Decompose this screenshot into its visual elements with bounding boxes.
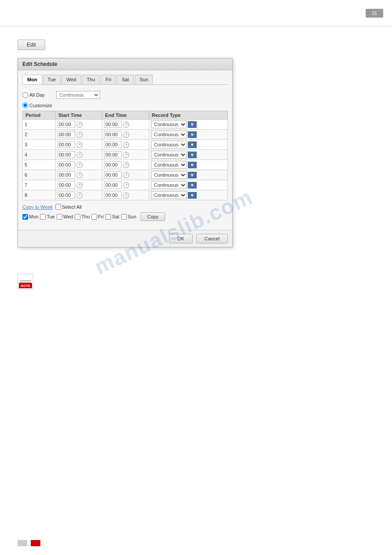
record-type-dropdown-8[interactable]: ContinuousMotionAlarmMotion|AlarmMotion&…: [151, 191, 187, 199]
tab-tue[interactable]: Tue: [43, 75, 61, 84]
period-cell-7: 7: [23, 180, 56, 190]
start-time-field-6[interactable]: [58, 171, 75, 178]
end-time-clock-6[interactable]: 🕑: [122, 172, 129, 178]
record-type-dropdown-2[interactable]: ContinuousMotionAlarmMotion|AlarmMotion&…: [151, 131, 187, 138]
start-time-field-5[interactable]: [58, 161, 75, 168]
start-time-clock-1[interactable]: 🕑: [76, 121, 83, 128]
end-time-input-2: 🕑: [104, 131, 147, 138]
record-type-arrow-4[interactable]: ▼: [188, 152, 197, 158]
tab-sat[interactable]: Sat: [117, 75, 134, 84]
record-type-arrow-1[interactable]: ▼: [188, 121, 197, 128]
record-type-dropdown-6[interactable]: ContinuousMotionAlarmMotion|AlarmMotion&…: [151, 171, 187, 179]
end-time-clock-5[interactable]: 🕑: [122, 162, 129, 168]
customize-radio[interactable]: [22, 102, 28, 108]
copy-wed-checkbox[interactable]: [57, 214, 62, 220]
copy-to-week-label[interactable]: Copy to Week: [22, 204, 53, 210]
record-type-arrow-3[interactable]: ▼: [188, 141, 197, 148]
edit-schedule-dialog: Edit Schedule Mon Tue Wed Thu Fri Sat Su…: [18, 58, 233, 247]
end-time-clock-1[interactable]: 🕑: [122, 121, 129, 128]
end-time-input-8: 🕑: [104, 192, 147, 199]
start-time-clock-2[interactable]: 🕑: [76, 131, 83, 138]
start-time-input-7: 🕑: [58, 181, 100, 189]
end-time-field-5[interactable]: [104, 161, 122, 168]
tab-sun[interactable]: Sun: [135, 75, 153, 84]
start-time-clock-8[interactable]: 🕑: [76, 192, 83, 199]
end-time-cell-7: 🕑: [102, 180, 149, 190]
record-type-dropdown-1[interactable]: ContinuousMotionAlarmMotion|AlarmMotion&…: [151, 120, 187, 128]
top-bar-badge: 31: [366, 9, 383, 18]
start-time-field-8[interactable]: [58, 192, 75, 199]
period-cell-1: 1: [23, 120, 56, 130]
tab-wed[interactable]: Wed: [61, 75, 81, 84]
ok-button[interactable]: OK: [169, 234, 193, 243]
cancel-button[interactable]: Cancel: [196, 234, 228, 243]
end-time-field-4[interactable]: [104, 151, 122, 158]
copy-day-sun: Sun: [121, 214, 137, 220]
start-time-cell-3: 🕑: [55, 140, 102, 150]
all-day-radio[interactable]: [22, 92, 28, 98]
start-time-field-3[interactable]: [58, 141, 75, 148]
end-time-clock-3[interactable]: 🕑: [122, 141, 129, 148]
copy-tue-checkbox[interactable]: [40, 214, 46, 220]
day-tabs: Mon Tue Wed Thu Fri Sat Sun: [22, 75, 228, 85]
record-type-select-3: ContinuousMotionAlarmMotion|AlarmMotion&…: [151, 141, 226, 149]
copy-sat-checkbox[interactable]: [105, 214, 111, 220]
start-time-clock-7[interactable]: 🕑: [76, 182, 83, 189]
record-type-dropdown-3[interactable]: ContinuousMotionAlarmMotion|AlarmMotion&…: [151, 141, 187, 149]
start-time-clock-4[interactable]: 🕑: [76, 152, 83, 158]
record-type-arrow-8[interactable]: ▼: [188, 192, 197, 199]
start-time-cell-5: 🕑: [55, 160, 102, 170]
record-type-arrow-6[interactable]: ▼: [188, 172, 197, 178]
all-day-select[interactable]: Continuous Motion Alarm: [56, 91, 100, 99]
note-section: NOTE: [18, 274, 374, 290]
tab-fri[interactable]: Fri: [101, 75, 116, 84]
end-time-field-6[interactable]: [104, 171, 122, 178]
record-type-dropdown-4[interactable]: ContinuousMotionAlarmMotion|AlarmMotion&…: [151, 151, 187, 159]
end-time-clock-7[interactable]: 🕑: [122, 182, 129, 189]
end-time-clock-2[interactable]: 🕑: [122, 131, 129, 138]
start-time-field-4[interactable]: [58, 151, 75, 158]
start-time-field-1[interactable]: [58, 121, 75, 128]
end-time-clock-4[interactable]: 🕑: [122, 152, 129, 158]
record-type-cell-1: ContinuousMotionAlarmMotion|AlarmMotion&…: [149, 120, 227, 130]
end-time-field-7[interactable]: [104, 181, 122, 189]
select-all-checkbox[interactable]: [55, 204, 61, 210]
record-type-arrow-5[interactable]: ▼: [188, 162, 197, 168]
copy-sun-checkbox[interactable]: [121, 214, 127, 220]
start-time-field-7[interactable]: [58, 181, 75, 189]
start-time-cell-1: 🕑: [55, 120, 102, 130]
copy-fri-checkbox[interactable]: [91, 214, 97, 220]
end-time-field-8[interactable]: [104, 192, 122, 199]
end-time-field-1[interactable]: [104, 121, 122, 128]
record-type-dropdown-7[interactable]: ContinuousMotionAlarmMotion|AlarmMotion&…: [151, 181, 187, 189]
end-time-input-3: 🕑: [104, 141, 147, 148]
copy-thu-checkbox[interactable]: [75, 214, 80, 220]
note-line-1: [20, 280, 31, 281]
copy-button[interactable]: Copy: [140, 212, 165, 221]
end-time-cell-3: 🕑: [102, 140, 149, 150]
copy-mon-checkbox[interactable]: [22, 214, 28, 220]
end-time-field-3[interactable]: [104, 141, 122, 148]
record-type-select-6: ContinuousMotionAlarmMotion|AlarmMotion&…: [151, 171, 226, 179]
period-cell-4: 4: [23, 150, 56, 160]
table-row: 4 🕑 🕑 ContinuousMotionAlarmMotion|AlarmM…: [23, 150, 228, 160]
start-time-clock-5[interactable]: 🕑: [76, 162, 83, 168]
period-cell-8: 8: [23, 190, 56, 200]
start-time-clock-3[interactable]: 🕑: [76, 141, 83, 148]
record-type-arrow-2[interactable]: ▼: [188, 131, 197, 138]
start-time-cell-8: 🕑: [55, 190, 102, 200]
tab-mon[interactable]: Mon: [22, 75, 42, 84]
end-time-cell-4: 🕑: [102, 150, 149, 160]
tab-thu[interactable]: Thu: [82, 75, 100, 84]
record-type-cell-2: ContinuousMotionAlarmMotion|AlarmMotion&…: [149, 130, 227, 140]
page-content: Edit Edit Schedule Mon Tue Wed Thu Fri S…: [0, 26, 392, 303]
end-time-field-2[interactable]: [104, 131, 122, 138]
record-type-arrow-7[interactable]: ▼: [188, 182, 197, 189]
end-time-clock-8[interactable]: 🕑: [122, 192, 129, 199]
record-type-dropdown-5[interactable]: ContinuousMotionAlarmMotion|AlarmMotion&…: [151, 161, 187, 169]
record-type-cell-8: ContinuousMotionAlarmMotion|AlarmMotion&…: [149, 190, 227, 200]
edit-button[interactable]: Edit: [18, 40, 45, 50]
start-time-cell-7: 🕑: [55, 180, 102, 190]
start-time-field-2[interactable]: [58, 131, 75, 138]
start-time-clock-6[interactable]: 🕑: [76, 172, 83, 178]
